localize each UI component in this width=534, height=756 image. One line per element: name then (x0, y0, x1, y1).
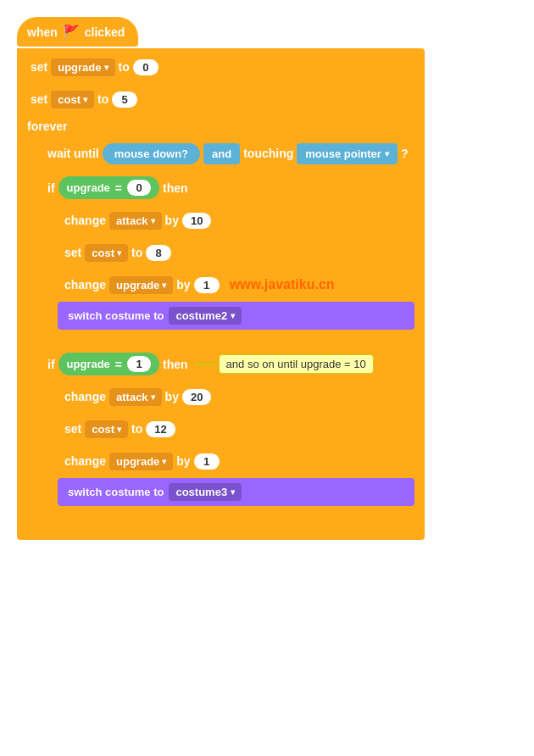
upgrade-var-label: upgrade (58, 61, 101, 74)
set3-label: set (64, 246, 81, 259)
forever-header: forever (24, 118, 418, 135)
hat-block: when 🚩 clicked (17, 17, 138, 47)
to3-label: to (131, 246, 142, 259)
if1-header: if upgrade = 0 then (41, 172, 414, 203)
cost3-val[interactable]: 12 (146, 421, 175, 437)
to4-label: to (131, 422, 142, 436)
wait-until-block: wait until mouse down? and touching mous… (41, 138, 414, 169)
upgrade2-dropdown[interactable]: upgrade ▾ (109, 276, 173, 294)
upgrade-value[interactable]: 0 (133, 59, 159, 75)
if2-block: if upgrade = 1 then and so on until upgr… (41, 348, 414, 520)
change1-label: change (64, 214, 106, 227)
if1-val[interactable]: 0 (127, 180, 151, 196)
if2-val[interactable]: 1 (127, 356, 151, 372)
mouse-pointer-arrow: ▾ (385, 149, 389, 158)
costume2-dropdown[interactable]: costume3 ▾ (169, 483, 242, 501)
costume1-dropdown[interactable]: costume2 ▾ (169, 307, 242, 325)
if1-condition: upgrade = 0 (58, 176, 159, 199)
mouse-down-pill[interactable]: mouse down? (103, 143, 200, 164)
cost-arrow: ▾ (83, 95, 87, 104)
by1-label: by (165, 214, 179, 227)
set-cost-block: set cost ▾ to 5 (24, 84, 418, 114)
wait-until-label: wait until (47, 147, 99, 160)
set-label: set (31, 60, 47, 74)
change4-label: change (64, 454, 106, 468)
cost-var-label: cost (58, 93, 81, 106)
cost-dropdown[interactable]: cost ▾ (51, 91, 94, 108)
change2-label: change (64, 278, 106, 292)
costume2-label: switch costume to (68, 486, 164, 498)
change-upgrade-block: change upgrade ▾ by 1 www.javatiku.cn (58, 270, 414, 300)
if1-body: change attack ▾ by 10 set (58, 203, 414, 333)
change-upgrade2-block: change upgrade ▾ by 1 (58, 446, 414, 476)
change-attack2-block: change attack ▾ by 20 (58, 381, 414, 412)
and-block: and (203, 143, 240, 164)
cost2-val[interactable]: 8 (146, 245, 171, 261)
forever-label: forever (27, 120, 67, 133)
change-attack-block: change attack ▾ by 10 (58, 205, 414, 236)
if2-footer (41, 509, 414, 520)
costume1-label: switch costume to (68, 309, 164, 322)
touching-label: touching (243, 147, 293, 160)
if2-then: then (163, 358, 188, 371)
if1-then: then (163, 181, 188, 195)
attack2-dropdown[interactable]: attack ▾ (109, 388, 162, 406)
flag-icon: 🚩 (63, 24, 80, 40)
if2-condition: upgrade = 1 (58, 353, 159, 375)
note-connector (195, 364, 215, 365)
if1-label: if (47, 181, 55, 195)
if2-label: if (47, 358, 55, 371)
upgrade3-dropdown[interactable]: upgrade ▾ (109, 453, 173, 470)
if2-header-row: if upgrade = 1 then and so on until upgr… (41, 348, 414, 380)
if1-eq: = (115, 181, 122, 195)
question-mark: ? (401, 147, 409, 160)
scratch-blocks: when 🚩 clicked set upgrade ▾ to 0 set co… (8, 8, 526, 548)
set4-label: set (64, 422, 81, 436)
set-cost-12: set cost ▾ to 12 (58, 414, 414, 444)
upgrade-arrow: ▾ (104, 63, 108, 72)
if2-eq: = (115, 358, 122, 371)
cost-value[interactable]: 5 (112, 92, 137, 108)
when-label: when (27, 25, 58, 39)
if1-block: if upgrade = 0 then change (41, 172, 414, 343)
costume2-block: switch costume to costume3 ▾ (58, 478, 414, 506)
attack-val[interactable]: 10 (182, 213, 211, 229)
costume1-block: switch costume to costume2 ▾ (58, 302, 414, 330)
attack-dropdown[interactable]: attack ▾ (109, 212, 162, 230)
change3-label: change (64, 390, 106, 403)
cost2-dropdown[interactable]: cost ▾ (85, 244, 128, 262)
set-cost-8: set cost ▾ to 8 (58, 237, 414, 268)
watermark: www.javatiku.cn (230, 277, 335, 292)
set2-label: set (31, 92, 47, 106)
forever-body: wait until mouse down? and touching mous… (37, 135, 418, 526)
by4-label: by (176, 454, 190, 468)
to-label: to (119, 60, 130, 74)
note-tag: and so on until upgrade = 10 (219, 354, 374, 374)
clicked-label: clicked (85, 25, 125, 39)
cost3-dropdown[interactable]: cost ▾ (85, 420, 128, 438)
if2-body: change attack ▾ by 20 set (58, 380, 414, 509)
if1-footer (41, 333, 414, 343)
to2-label: to (97, 92, 108, 106)
if1-var: upgrade (67, 181, 110, 194)
main-script: set upgrade ▾ to 0 set cost ▾ to 5 forev (17, 48, 425, 540)
set-upgrade-block: set upgrade ▾ to 0 (24, 52, 418, 82)
by2-label: by (176, 278, 190, 292)
mouse-pointer-dropdown[interactable]: mouse pointer ▾ (297, 143, 398, 164)
if2-var: upgrade (67, 358, 110, 370)
by3-label: by (165, 390, 179, 403)
attack2-val[interactable]: 20 (182, 389, 211, 405)
upgrade3-val[interactable]: 1 (194, 453, 220, 470)
upgrade-dropdown[interactable]: upgrade ▾ (51, 58, 114, 76)
upgrade2-val[interactable]: 1 (194, 277, 220, 293)
forever-bottom (24, 526, 418, 533)
